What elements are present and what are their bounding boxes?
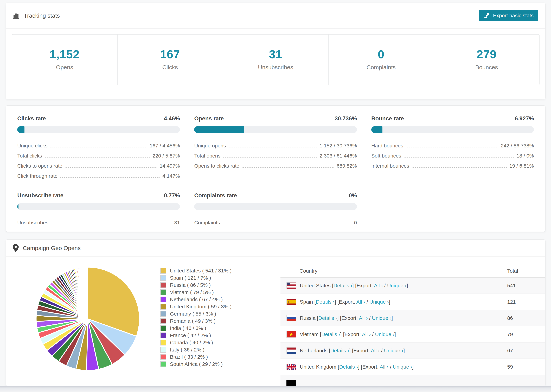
metric-label: Hard bounces xyxy=(371,143,403,149)
metric-value: 1,152 / 30.736% xyxy=(319,143,357,149)
legend-swatch xyxy=(160,289,166,295)
stat-label: Unsubscribes xyxy=(223,64,328,71)
table-row: Spain [Details ›] [Export: All › / Uniqu… xyxy=(281,294,545,310)
export-all-link[interactable]: All › xyxy=(362,331,371,337)
export-unique-link[interactable]: Unique › xyxy=(372,315,391,321)
country-cell: United States [Details ›] [Export: All ›… xyxy=(300,283,408,288)
legend-swatch xyxy=(160,347,166,353)
legend-item: South Africa ( 29 / 2% ) xyxy=(160,361,232,368)
geo-title: Campaign Geo Opens xyxy=(23,245,81,252)
export-unique-link[interactable]: Unique › xyxy=(375,331,395,337)
legend-item: Italy ( 36 / 2% ) xyxy=(160,346,232,353)
geo-table-header: Country Total xyxy=(281,265,545,278)
geo-header: Campaign Geo Opens xyxy=(6,240,545,257)
country-flag-nl xyxy=(286,347,296,354)
legend-label: France ( 42 / 2% ) xyxy=(170,332,211,338)
row-total: 67 xyxy=(507,348,513,354)
export-all-link[interactable]: All › xyxy=(374,283,383,288)
export-unique-link[interactable]: Unique › xyxy=(384,348,403,353)
metric-row: Total opens2,303 / 61.446% xyxy=(194,151,357,161)
pie-slice-other[interactable] xyxy=(88,267,88,319)
legend-label: United Kingdom ( 59 / 3% ) xyxy=(170,304,232,309)
metric-row: Clicks to opens rate14.497% xyxy=(17,161,180,171)
export-unique-link[interactable]: Unique › xyxy=(369,299,389,305)
location-pin-icon xyxy=(13,244,19,252)
metric-value: 2,303 / 61.446% xyxy=(319,153,357,159)
legend-swatch xyxy=(160,304,166,309)
metric-value: 14.497% xyxy=(160,163,180,169)
legend-item: Brazil ( 33 / 2% ) xyxy=(160,353,232,361)
dotted-leader xyxy=(406,147,498,147)
stat-card: 1,152Opens xyxy=(12,35,118,85)
export-basic-stats-button[interactable]: Export basic stats xyxy=(479,10,538,21)
legend-item: Canada ( 40 / 2% ) xyxy=(160,339,232,346)
details-link[interactable]: Details › xyxy=(330,348,349,353)
metric-value: 18 / 0% xyxy=(516,153,534,159)
metric-row: Internal bounces19 / 6.81% xyxy=(371,161,534,171)
metric-value: 19 / 6.81% xyxy=(509,163,534,169)
details-link[interactable]: Details › xyxy=(321,331,340,337)
stat-value: 31 xyxy=(223,48,328,61)
export-all-link[interactable]: All › xyxy=(380,364,389,370)
legend-label: Romania ( 49 / 3% ) xyxy=(170,318,216,324)
table-row: Netherlands [Details ›] [Export: All › /… xyxy=(281,343,545,359)
bar-chart-icon xyxy=(13,12,20,19)
stats-summary-row: 1,152Opens167Clicks31Unsubscribes0Compla… xyxy=(12,34,540,85)
dotted-leader xyxy=(51,224,171,224)
rates-grid: Clicks rate4.46%Unique clicks167 / 4.456… xyxy=(6,106,545,228)
country-cell: United Kingdom [Details ›] [Export: All … xyxy=(300,364,414,370)
metric-row: Unsubscribes31 xyxy=(17,217,180,228)
dotted-leader xyxy=(242,167,334,168)
country-cell: Spain [Details ›] [Export: All › / Uniqu… xyxy=(300,299,390,305)
country-flag-gb xyxy=(286,364,296,370)
legend-item: India ( 46 / 3% ) xyxy=(160,325,232,332)
stat-value: 1,152 xyxy=(12,48,117,61)
metric-rows: Unsubscribes31 xyxy=(17,217,180,228)
details-link[interactable]: Details › xyxy=(333,283,352,288)
export-all-link[interactable]: All › xyxy=(371,348,380,353)
column-header-country: Country xyxy=(299,268,318,274)
rate-panel-clicks-rate: Clicks rate4.46%Unique clicks167 / 4.456… xyxy=(17,115,180,181)
geo-pie-chart[interactable] xyxy=(35,266,141,372)
export-label: Export: xyxy=(339,299,356,305)
dotted-leader xyxy=(60,177,160,178)
rate-panel-header: Opens rate30.736% xyxy=(194,115,357,122)
progress-bar xyxy=(17,126,180,133)
legend-item: Netherlands ( 67 / 4% ) xyxy=(160,296,232,303)
details-link[interactable]: Details › xyxy=(318,315,337,321)
progress-bar xyxy=(194,203,357,210)
country-flag-ru xyxy=(286,315,296,321)
legend-label: India ( 46 / 3% ) xyxy=(170,325,206,331)
stat-card: 167Clicks xyxy=(118,35,223,85)
dotted-leader xyxy=(50,147,147,147)
rate-title: Complaints rate xyxy=(194,192,237,199)
export-all-link[interactable]: All › xyxy=(356,299,365,305)
row-total: 86 xyxy=(507,315,513,321)
stat-label: Opens xyxy=(12,64,117,71)
legend-item: Germany ( 55 / 3% ) xyxy=(160,310,232,317)
legend-item: Romania ( 49 / 3% ) xyxy=(160,317,232,325)
details-link[interactable]: Details › xyxy=(339,364,358,370)
stat-card: 279Bounces xyxy=(434,35,539,85)
legend-swatch xyxy=(160,325,166,331)
legend-swatch xyxy=(160,275,166,281)
metric-label: Unique opens xyxy=(194,143,226,149)
row-total: 541 xyxy=(507,283,516,288)
export-all-link[interactable]: All › xyxy=(359,315,368,321)
country-name: Russia xyxy=(300,315,316,321)
metric-row: Click through rate4.147% xyxy=(17,171,180,181)
page-bottom-scroll-strip xyxy=(0,386,551,392)
rate-panel-bounce-rate: Bounce rate6.927%Hard bounces242 / 86.73… xyxy=(371,115,534,181)
metric-value: 0 xyxy=(354,220,357,226)
legend-swatch xyxy=(160,311,166,317)
metric-label: Unsubscribes xyxy=(17,220,49,226)
export-unique-link[interactable]: Unique › xyxy=(393,364,412,370)
metric-label: Click through rate xyxy=(17,173,57,179)
dotted-leader xyxy=(404,157,514,158)
export-unique-link[interactable]: Unique › xyxy=(387,283,406,288)
metric-row: Hard bounces242 / 86.738% xyxy=(371,140,534,151)
rate-value: 6.927% xyxy=(515,115,534,122)
column-header-total: Total xyxy=(507,268,518,274)
details-link[interactable]: Details › xyxy=(316,299,335,305)
tracking-stats-header: Tracking stats Export basic stats xyxy=(6,3,545,28)
